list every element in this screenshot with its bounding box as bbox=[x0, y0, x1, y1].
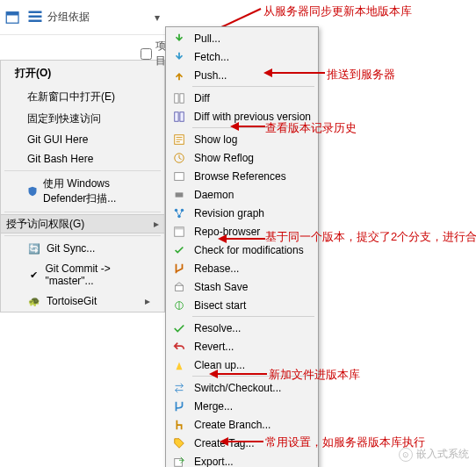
annotation-add: 新加文件进版本库 bbox=[269, 367, 360, 383]
tag-icon bbox=[171, 436, 187, 450]
bisect-start-item[interactable]: Bisect start bbox=[168, 296, 316, 314]
revision-graph-item[interactable]: Revision graph bbox=[168, 204, 316, 222]
svg-rect-11 bbox=[176, 192, 184, 197]
separator bbox=[192, 316, 314, 317]
refs-icon bbox=[171, 169, 187, 183]
project-checkbox[interactable]: 项目 bbox=[141, 39, 166, 68]
push-item[interactable]: Push... bbox=[168, 66, 316, 84]
left-panel: 分组依据 ▾ 项目 打开(O) 在新窗口中打开(E) 固定到快速访问 Git G… bbox=[0, 0, 165, 313]
group-by-label[interactable]: 分组依据 bbox=[47, 10, 90, 25]
revert-item[interactable]: Revert... bbox=[168, 337, 316, 356]
git-bash-item[interactable]: Git Bash Here bbox=[1, 149, 164, 169]
tortoise-icon: 🐢 bbox=[27, 294, 41, 308]
tortoisegit-submenu: Pull... Fetch... Push... Diff Diff with … bbox=[165, 26, 319, 467]
toolbar: 分组依据 ▾ bbox=[0, 0, 165, 35]
separator bbox=[192, 86, 314, 87]
svg-rect-6 bbox=[175, 111, 178, 121]
stash-save-item[interactable]: Stash Save bbox=[168, 277, 316, 296]
pull-icon bbox=[171, 32, 187, 46]
stash-icon bbox=[171, 280, 187, 294]
bisect-icon bbox=[171, 298, 187, 313]
dropdown-icon[interactable]: ▾ bbox=[155, 11, 160, 24]
svg-rect-17 bbox=[176, 285, 184, 291]
cleanup-icon bbox=[171, 358, 187, 372]
separator bbox=[4, 170, 161, 171]
log-icon bbox=[171, 133, 187, 147]
git-gui-item[interactable]: Git GUI Here bbox=[1, 130, 164, 149]
svg-rect-16 bbox=[175, 226, 184, 229]
fetch-item[interactable]: Fetch... bbox=[168, 47, 316, 66]
fetch-icon bbox=[171, 50, 187, 64]
export-item[interactable]: Export... bbox=[168, 452, 316, 467]
reflog-icon bbox=[171, 151, 187, 165]
grant-access-item[interactable]: 授予访问权限(G)▸ bbox=[1, 214, 164, 234]
tortoisegit-item[interactable]: 🐢TortoiseGit▸ bbox=[1, 291, 164, 312]
repo-icon bbox=[171, 225, 187, 239]
revert-icon bbox=[171, 340, 187, 354]
svg-rect-3 bbox=[6, 11, 18, 15]
annotation-log: 查看版本记录历史 bbox=[265, 120, 357, 136]
annotation-rebase: 基于同一个版本，提交了2个分支，进行合并，比merge更合适 bbox=[265, 228, 469, 247]
annotation-push: 推送到服务器 bbox=[327, 67, 395, 83]
svg-rect-7 bbox=[180, 111, 184, 121]
svg-rect-5 bbox=[180, 93, 184, 103]
daemon-item[interactable]: Daemon bbox=[168, 185, 316, 204]
merge-item[interactable]: Merge... bbox=[168, 397, 316, 415]
git-sync-item[interactable]: 🔄Git Sync... bbox=[1, 238, 164, 259]
graph-icon bbox=[171, 206, 187, 220]
daemon-icon bbox=[171, 188, 187, 202]
diff-icon bbox=[171, 91, 187, 105]
diff-item[interactable]: Diff bbox=[168, 89, 316, 107]
chevron-right-icon: ▸ bbox=[145, 295, 150, 307]
git-commit-item[interactable]: ✔Git Commit -> "master"... bbox=[1, 259, 164, 291]
check-icon bbox=[171, 243, 187, 257]
sync-icon: 🔄 bbox=[27, 241, 41, 255]
rebase-item[interactable]: Rebase... bbox=[168, 259, 316, 277]
branch-icon bbox=[171, 418, 187, 432]
resolve-icon bbox=[171, 321, 187, 335]
push-icon bbox=[171, 68, 187, 83]
open-new-window-item[interactable]: 在新窗口中打开(E) bbox=[1, 86, 164, 108]
back-icon[interactable] bbox=[5, 9, 23, 26]
diff-prev-icon bbox=[171, 110, 187, 124]
show-reflog-item[interactable]: Show Reflog bbox=[168, 148, 316, 167]
resolve-item[interactable]: Resolve... bbox=[168, 319, 316, 337]
annotation-sync: 从服务器同步更新本地版本库 bbox=[263, 4, 412, 19]
svg-rect-10 bbox=[175, 172, 184, 180]
watermark: ⊙嵌入式系统 bbox=[399, 447, 469, 462]
list-icon[interactable] bbox=[26, 9, 44, 26]
commit-icon: ✔ bbox=[27, 268, 40, 282]
primary-context-menu: 打开(O) 在新窗口中打开(E) 固定到快速访问 Git GUI Here Gi… bbox=[0, 60, 165, 313]
defender-item[interactable]: 使用 Windows Defender扫描... bbox=[1, 173, 164, 210]
chevron-right-icon: ▸ bbox=[154, 218, 159, 230]
create-branch-item[interactable]: Create Branch... bbox=[168, 415, 316, 434]
shield-icon bbox=[27, 184, 38, 198]
separator bbox=[4, 235, 161, 236]
merge-icon bbox=[171, 399, 187, 413]
separator bbox=[4, 212, 161, 212]
switch-icon bbox=[171, 381, 187, 395]
pull-item[interactable]: Pull... bbox=[168, 29, 316, 47]
export-icon bbox=[171, 455, 187, 468]
pin-quick-item[interactable]: 固定到快速访问 bbox=[1, 108, 164, 130]
browse-refs-item[interactable]: Browse References bbox=[168, 167, 316, 185]
rebase-icon bbox=[171, 262, 187, 276]
svg-rect-4 bbox=[175, 93, 178, 103]
